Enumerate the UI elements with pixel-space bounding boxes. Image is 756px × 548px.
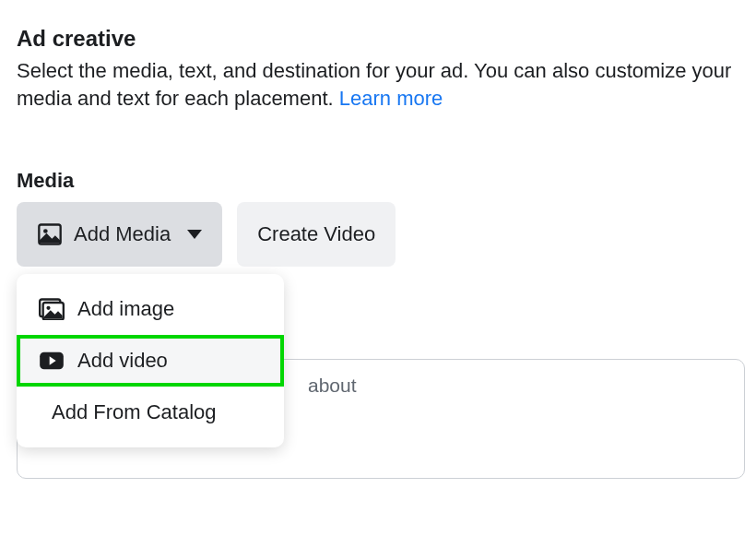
dropdown-add-image-label: Add image (77, 297, 174, 321)
create-video-label: Create Video (257, 222, 375, 246)
ad-creative-title: Ad creative (17, 26, 739, 52)
dropdown-add-video[interactable]: Add video (17, 335, 284, 387)
add-media-dropdown: Add image Add video Add From Catalog (17, 274, 284, 447)
dropdown-add-from-catalog[interactable]: Add From Catalog (17, 387, 284, 438)
svg-point-4 (46, 306, 50, 310)
add-media-label: Add Media (74, 222, 171, 246)
ad-creative-description: Select the media, text, and destination … (17, 57, 736, 112)
dropdown-add-video-label: Add video (77, 349, 168, 373)
media-section-label: Media (17, 169, 739, 193)
dropdown-add-image[interactable]: Add image (17, 283, 284, 335)
image-icon (37, 221, 63, 247)
add-media-button[interactable]: Add Media (17, 202, 222, 267)
add-video-icon (39, 350, 65, 372)
learn-more-link[interactable]: Learn more (339, 87, 443, 110)
svg-point-1 (43, 230, 48, 234)
add-image-icon (39, 298, 65, 320)
create-video-button[interactable]: Create Video (237, 202, 396, 267)
chevron-down-icon (187, 230, 202, 239)
dropdown-add-from-catalog-label: Add From Catalog (52, 400, 217, 424)
